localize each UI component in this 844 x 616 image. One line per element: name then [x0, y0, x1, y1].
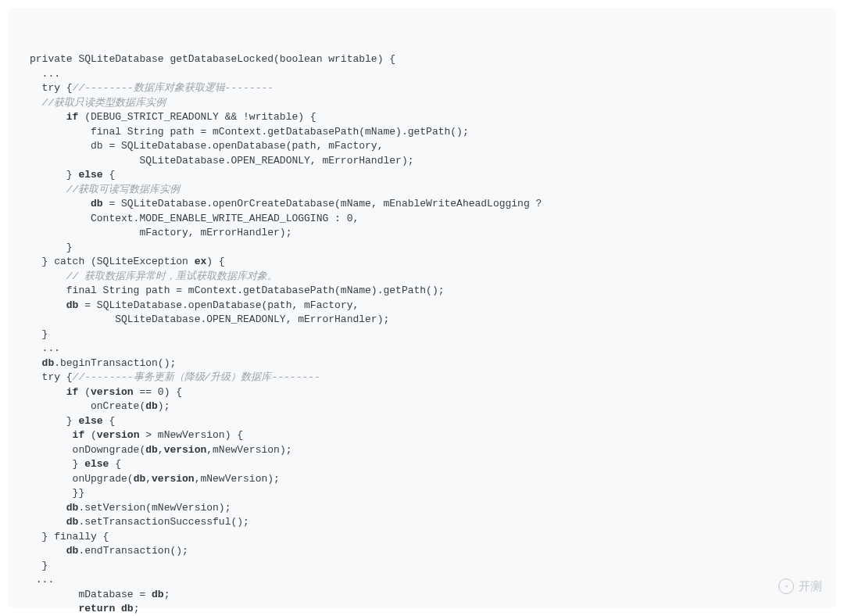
- code-token: ,: [158, 444, 164, 456]
- code-token: ...: [30, 342, 60, 354]
- watermark: 开测: [778, 578, 822, 594]
- code-keyword: else: [84, 458, 109, 470]
- code-keyword: db: [91, 198, 103, 210]
- code-token: = SQLiteDatabase.openDatabase(path, mFac…: [78, 299, 359, 311]
- code-keyword: db: [66, 516, 79, 528]
- code-token: (DEBUG_STRICT_READONLY && !writable) {: [78, 111, 316, 123]
- code-line: } catch (SQLiteException ex) {: [30, 255, 814, 270]
- code-line: }: [30, 559, 814, 574]
- code-token: [30, 97, 42, 109]
- code-line: onDowngrade(db,version,mNewVersion);: [30, 443, 814, 458]
- code-line: onUpgrade(db,version,mNewVersion);: [30, 472, 814, 487]
- code-token: } catch (SQLiteException: [30, 256, 195, 267]
- code-line: if (version == 0) {: [30, 385, 814, 400]
- code-keyword: db: [42, 357, 55, 369]
- code-token: (: [84, 429, 97, 441]
- code-token: mFactory, mErrorHandler);: [30, 227, 291, 238]
- code-keyword: ex: [195, 256, 207, 267]
- code-keyword: version: [91, 386, 134, 398]
- code-line: } else {: [30, 168, 814, 183]
- code-line: ...: [30, 67, 814, 82]
- code-line: db.beginTransaction();: [30, 356, 814, 371]
- code-token: ;: [134, 603, 140, 614]
- code-comment: //获取只读类型数据库实例: [42, 97, 166, 109]
- code-token: [30, 184, 66, 195]
- code-line: if (DEBUG_STRICT_READONLY && !writable) …: [30, 110, 814, 125]
- code-token: [30, 516, 66, 528]
- code-token: }: [30, 560, 48, 571]
- code-token: {: [103, 169, 116, 181]
- code-line: } else {: [30, 457, 814, 472]
- code-token: [30, 357, 42, 369]
- code-line: final String path = mContext.getDatabase…: [30, 125, 814, 140]
- code-token: [30, 429, 73, 441]
- code-token: onDowngrade(: [30, 444, 145, 456]
- watermark-label: 开测: [799, 579, 822, 594]
- code-line: onCreate(db);: [30, 399, 814, 414]
- code-token: .setVersion(mNewVersion);: [78, 502, 231, 514]
- code-token: final String path = mContext.getDatabase…: [30, 285, 445, 296]
- code-keyword: version: [164, 444, 207, 456]
- code-token: [30, 386, 66, 398]
- code-line: db.setTransactionSuccessful();: [30, 515, 814, 530]
- code-keyword: db: [66, 502, 79, 514]
- code-token: Context.MODE_ENABLE_WRITE_AHEAD_LOGGING …: [30, 213, 359, 224]
- code-token: > mNewVersion) {: [139, 429, 243, 441]
- code-token: }: [30, 328, 48, 340]
- code-keyword: else: [78, 415, 102, 427]
- code-token: }: [30, 415, 78, 427]
- code-token: db = SQLiteDatabase.openDatabase(path, m…: [30, 140, 383, 152]
- code-line: db.setVersion(mNewVersion);: [30, 501, 814, 516]
- code-line: if (version > mNewVersion) {: [30, 428, 814, 443]
- code-line: mFactory, mErrorHandler);: [30, 226, 814, 241]
- code-token: );: [158, 400, 170, 412]
- code-keyword: if: [73, 429, 85, 441]
- code-comment: //获取可读写数据库实例: [66, 184, 181, 195]
- code-token: }: [30, 169, 78, 181]
- code-keyword: db: [66, 545, 79, 557]
- code-token: final String path = mContext.getDatabase…: [30, 126, 469, 138]
- code-keyword: db: [145, 444, 158, 456]
- code-token: (: [78, 386, 91, 398]
- code-token: [30, 502, 66, 514]
- code-token: ,mNewVersion);: [195, 473, 280, 485]
- code-line: SQLiteDatabase.OPEN_READONLY, mErrorHand…: [30, 154, 814, 169]
- code-keyword: else: [78, 169, 102, 181]
- code-token: [30, 299, 66, 311]
- code-line: try {//--------事务更新（降级/升级）数据库--------: [30, 371, 814, 385]
- code-line: } else {: [30, 414, 814, 429]
- code-token: try {: [30, 371, 73, 383]
- code-keyword: if: [66, 111, 79, 123]
- code-keyword: db: [134, 473, 146, 485]
- code-token: ;: [164, 589, 170, 600]
- code-token: [30, 270, 66, 282]
- code-token: .setTransactionSuccessful();: [78, 516, 249, 528]
- code-line: }: [30, 241, 814, 256]
- code-keyword: return db: [78, 603, 133, 614]
- code-line: ...: [30, 342, 814, 356]
- code-line: try {//--------数据库对象获取逻辑--------: [30, 81, 814, 96]
- code-line: mDatabase = db;: [30, 588, 814, 603]
- code-line: db = SQLiteDatabase.openOrCreateDatabase…: [30, 197, 814, 212]
- code-token: .beginTransaction();: [54, 357, 176, 369]
- code-token: ,mNewVersion);: [206, 444, 291, 456]
- code-line: db.endTransaction();: [30, 544, 814, 559]
- code-token: SQLiteDatabase.OPEN_READONLY, mErrorHand…: [30, 313, 389, 325]
- code-line: Context.MODE_ENABLE_WRITE_AHEAD_LOGGING …: [30, 212, 814, 227]
- code-content: private SQLiteDatabase getDatabaseLocked…: [30, 52, 814, 616]
- code-line: ...: [30, 573, 814, 588]
- code-line: private SQLiteDatabase getDatabaseLocked…: [30, 52, 814, 67]
- code-line: }: [30, 328, 814, 342]
- code-line: } finally {: [30, 530, 814, 545]
- code-token: onUpgrade(: [30, 473, 134, 485]
- code-token: try {: [30, 82, 73, 94]
- code-line: }}: [30, 486, 814, 501]
- code-token: onCreate(: [30, 400, 145, 412]
- code-token: .endTransaction();: [78, 545, 188, 557]
- code-token: [30, 198, 91, 210]
- code-line: return db;: [30, 602, 814, 616]
- code-token: ...: [30, 68, 60, 80]
- code-line: // 获取数据库异常时，重试获取数据库对象。: [30, 270, 814, 285]
- wechat-icon: [778, 578, 794, 594]
- code-token: [30, 545, 66, 557]
